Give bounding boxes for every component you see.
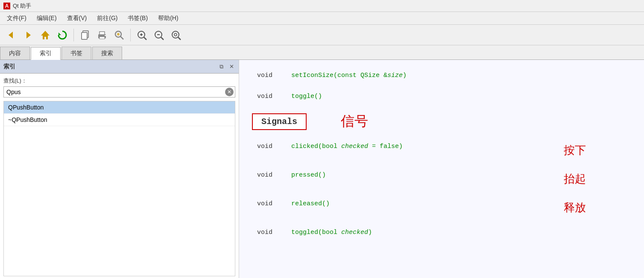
tab-bookmarks[interactable]: 书签 <box>61 47 91 59</box>
table-row: void clicked(bool checked = false) 按下 <box>252 139 631 161</box>
search-input[interactable] <box>3 86 235 98</box>
signals-chinese-label: 信号 <box>341 112 368 131</box>
svg-line-19 <box>161 37 164 40</box>
method-return-type: void <box>252 68 286 83</box>
menu-view[interactable]: 查看(V) <box>62 13 92 24</box>
signal-annotation-pressed: 抬起 <box>559 168 631 190</box>
sidebar-close-button[interactable]: ✕ <box>228 63 235 71</box>
toolbar <box>0 25 644 45</box>
toolbar-sep-1 <box>73 29 74 41</box>
sidebar-undock-button[interactable]: ⧉ <box>217 63 225 71</box>
menu-file[interactable]: 文件(F) <box>2 13 32 24</box>
list-item-qpushbutton-destructor[interactable]: ~QPushButton <box>4 114 235 126</box>
svg-marker-0 <box>9 32 13 38</box>
spacer <box>252 83 631 89</box>
signal-return-type: void <box>252 225 286 240</box>
signal-return-type: void <box>252 139 286 161</box>
svg-marker-2 <box>41 31 50 39</box>
svg-point-20 <box>172 31 179 38</box>
zoom-fit-button[interactable] <box>168 27 184 43</box>
svg-line-22 <box>178 37 181 40</box>
spacer <box>252 219 631 225</box>
home-button[interactable] <box>38 27 53 43</box>
list-item-qpushbutton[interactable]: QPushButton <box>4 101 235 114</box>
sidebar: 索引 ⧉ ✕ 查找(L)： ✕ QPushButton ~QPushButton <box>0 60 239 278</box>
app-icon: A <box>3 3 10 9</box>
svg-rect-9 <box>105 35 106 36</box>
menu-go[interactable]: 前往(G) <box>92 13 123 24</box>
back-button[interactable] <box>3 27 19 43</box>
method-return-type: void <box>252 89 286 104</box>
signals-section-header: Signals 信号 <box>252 112 631 131</box>
content-area: void setIconSize(const QSize &size) void… <box>239 60 644 278</box>
table-row: void setIconSize(const QSize &size) <box>252 68 631 83</box>
table-row: void toggle() <box>252 89 631 104</box>
tab-bar: 内容 索引 书签 搜索 <box>0 45 644 60</box>
tab-search[interactable]: 搜索 <box>92 47 122 59</box>
search-label: 查找(L)： <box>3 77 235 85</box>
sidebar-search-area: 查找(L)： ✕ <box>0 74 239 99</box>
find-button[interactable] <box>111 27 127 43</box>
signal-signature: toggled(bool checked) <box>286 225 559 240</box>
signal-return-type: void <box>252 197 286 219</box>
title-bar: A Qt 助手 <box>0 0 644 12</box>
svg-rect-7 <box>100 32 105 35</box>
tab-contents[interactable]: 内容 <box>0 47 30 59</box>
sidebar-title: 索引 <box>3 63 15 71</box>
svg-point-12 <box>117 33 120 35</box>
tab-index[interactable]: 索引 <box>31 47 61 60</box>
signals-box: Signals <box>252 113 307 130</box>
table-row: void toggled(bool checked) <box>252 225 631 240</box>
menu-help[interactable]: 帮助(H) <box>153 13 183 24</box>
signal-return-type: void <box>252 168 286 190</box>
svg-line-11 <box>120 36 123 39</box>
svg-rect-8 <box>100 37 105 39</box>
search-clear-button[interactable]: ✕ <box>225 88 234 96</box>
signal-signature: pressed() <box>286 168 559 190</box>
refresh-button[interactable] <box>55 27 70 43</box>
sidebar-header: 索引 ⧉ ✕ <box>0 60 239 74</box>
zoom-out-button[interactable] <box>151 27 167 43</box>
signals-table: void clicked(bool checked = false) 按下 vo… <box>252 139 631 240</box>
signal-signature: clicked(bool checked = false) <box>286 139 559 161</box>
method-signature: setIconSize(const QSize &size) <box>286 68 605 83</box>
sidebar-list: QPushButton ~QPushButton <box>3 101 235 276</box>
svg-line-16 <box>144 37 146 40</box>
svg-marker-1 <box>26 32 31 38</box>
method-signature: toggle() <box>286 89 605 104</box>
menu-bar: 文件(F) 编辑(E) 查看(V) 前往(G) 书签(B) 帮助(H) <box>0 12 644 25</box>
menu-bookmark[interactable]: 书签(B) <box>123 13 153 24</box>
pre-methods-table: void setIconSize(const QSize &size) void… <box>252 68 631 104</box>
forward-button[interactable] <box>20 27 36 43</box>
title-bar-text: Qt 助手 <box>13 2 31 10</box>
svg-marker-3 <box>59 33 61 35</box>
spacer <box>252 190 631 197</box>
svg-rect-5 <box>82 33 87 39</box>
table-row: void pressed() 抬起 <box>252 168 631 190</box>
zoom-in-button[interactable] <box>134 27 149 43</box>
toolbar-sep-2 <box>130 29 131 41</box>
search-row: ✕ <box>3 86 235 98</box>
print-button[interactable] <box>94 27 110 43</box>
sidebar-header-buttons: ⧉ ✕ <box>217 63 235 71</box>
signal-annotation-released: 释放 <box>559 197 631 219</box>
copy-button[interactable] <box>77 27 93 43</box>
spacer <box>252 161 631 168</box>
menu-edit[interactable]: 编辑(E) <box>32 13 62 24</box>
svg-point-21 <box>174 33 177 36</box>
signal-signature: released() <box>286 197 559 219</box>
table-row: void released() 释放 <box>252 197 631 219</box>
signal-annotation-clicked: 按下 <box>559 139 631 161</box>
